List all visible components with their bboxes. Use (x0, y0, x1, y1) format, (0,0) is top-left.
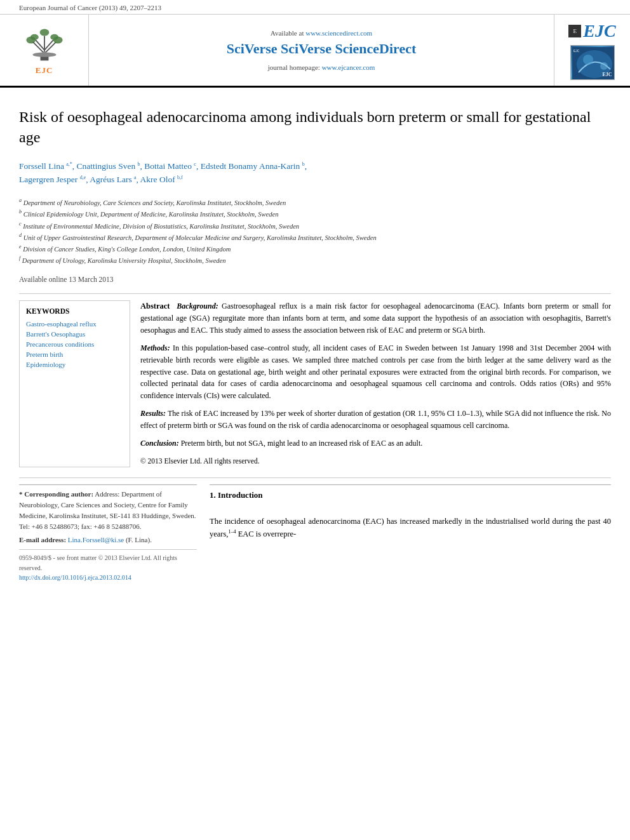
svg-point-8 (30, 34, 38, 39)
intro-heading: 1. Introduction (210, 489, 611, 502)
article-title: Risk of oesophageal adenocarcinoma among… (19, 107, 611, 148)
main-content: Risk of oesophageal adenocarcinoma among… (0, 88, 630, 596)
abstract-conclusion: Conclusion: Preterm birth, but not SGA, … (140, 437, 611, 450)
author-agreus: Agréus Lars a, (90, 175, 140, 184)
svg-rect-13 (43, 54, 46, 57)
intro-text2: EAC is overrepre- (236, 530, 297, 538)
results-title: Results: (140, 409, 166, 418)
keyword-4: Preterm birth (26, 350, 123, 358)
journal-top-bar: European Journal of Cancer (2013) 49, 22… (0, 0, 630, 15)
author-akre: Akre Olof b,f (140, 175, 183, 184)
abstract-methods: Methods: In this population-based case–c… (140, 342, 611, 401)
footer-section: * Corresponding author: Address: Departm… (19, 484, 611, 583)
keywords-column: KEYWORDS Gastro-esophageal reflux Barret… (19, 300, 130, 467)
divider-1 (19, 293, 611, 294)
elsevier-tree-icon (22, 25, 67, 63)
affil-d: d Unit of Upper Gastrointestinal Researc… (19, 232, 611, 243)
footer-left: * Corresponding author: Address: Departm… (19, 484, 197, 583)
results-text: The risk of EAC increased by 13% per wee… (140, 409, 611, 430)
author-forssell: Forssell Lina a,*, (19, 161, 77, 171)
methods-text: In this population-based case–control st… (140, 343, 611, 399)
elsevier-small-icon: E (568, 25, 581, 37)
keyword-5: Epidemiology (26, 361, 123, 368)
doi-copyright: 0959-8049/$ - see front matter © 2013 El… (19, 553, 197, 573)
abstract-section: KEYWORDS Gastro-esophageal reflux Barret… (19, 300, 611, 467)
keyword-1: Gastro-esophageal reflux (26, 320, 123, 328)
email-footnote: E-mail address: Lina.Forssell@ki.se (F. … (19, 535, 197, 545)
bottom-divider (19, 477, 611, 478)
elsevier-wordmark: EJC (36, 65, 53, 76)
ejc-badge: E EJC (568, 21, 615, 41)
journal-cover-image: EJC (570, 45, 615, 80)
conclusion-title: Conclusion: (140, 439, 179, 448)
corresponding-label: * Corresponding author: (19, 490, 93, 498)
available-online: Available online 13 March 2013 (19, 276, 611, 283)
affiliations: a Department of Neurobiology, Care Scien… (19, 197, 611, 267)
intro-refs: 1–4 (229, 529, 236, 535)
affil-b: b Clinical Epidemiology Unit, Department… (19, 208, 611, 220)
svg-point-16 (583, 55, 593, 65)
journal-homepage-link[interactable]: www.ejcancer.com (322, 63, 375, 71)
abstract-copyright: © 2013 Elsevier Ltd. All rights reserved… (140, 456, 611, 467)
svg-point-9 (39, 29, 49, 36)
elsevier-logo-area: EJC (0, 15, 89, 86)
affil-c: c Institute of Environmental Medicine, D… (19, 220, 611, 232)
authors: Forssell Lina a,*, Cnattingius Sven b, B… (19, 159, 611, 187)
abstract-results: Results: The risk of EAC increased by 13… (140, 408, 611, 431)
keywords-title: KEYWORDS (26, 307, 123, 315)
keyword-2: Barrett's Oesophagus (26, 330, 123, 338)
doi-link[interactable]: http://dx.doi.org/10.1016/j.ejca.2013.02… (19, 574, 131, 581)
email-label: E-mail address: (19, 536, 66, 543)
intro-paragraph: The incidence of oesophageal adenocarcin… (210, 515, 611, 540)
affil-f: f Department of Urology, Karolinska Univ… (19, 255, 611, 266)
author-lagergren: Lagergren Jesper d,e, (19, 175, 90, 184)
abstract-background: Abstract Background: Gastroesophageal re… (140, 300, 611, 337)
author-cnattingius: Cnattingius Sven b, (77, 161, 145, 171)
svg-point-17 (600, 62, 608, 70)
sciencedirect-link[interactable]: www.sciencedirect.com (305, 29, 372, 37)
affil-e: e Division of Cancer Studies, King's Col… (19, 243, 611, 255)
ejc-logo-area: E EJC EJC (554, 15, 630, 86)
abstract-label: Abstract (140, 302, 170, 310)
methods-title: Methods: (140, 343, 170, 352)
corresponding-author: * Corresponding author: Address: Departm… (19, 489, 197, 532)
ejc-text: EJC (583, 21, 615, 41)
svg-point-11 (53, 36, 62, 43)
available-at-text: Available at www.sciencedirect.com (271, 29, 372, 37)
keyword-3: Precancerous conditions (26, 340, 123, 348)
affil-a: a Department of Neurobiology, Care Scien… (19, 197, 611, 208)
background-title: Background: (177, 302, 218, 310)
intro-section-num: 1. Introduction (210, 490, 263, 500)
elsevier-logo: EJC (22, 25, 67, 76)
abstract-column: Abstract Background: Gastroesophageal re… (130, 300, 611, 467)
page: European Journal of Cancer (2013) 49, 22… (0, 0, 630, 840)
email-link[interactable]: Lina.Forssell@ki.se (68, 536, 124, 543)
journal-homepage: journal homepage: www.ejcancer.com (268, 63, 375, 71)
conclusion-text: Preterm birth, but not SGA, might lead t… (181, 439, 423, 448)
author-bottai: Bottai Matteo c, (144, 161, 200, 171)
svg-text:EJC: EJC (573, 49, 580, 53)
email-suffix: (F. Lina). (126, 536, 152, 543)
header-section: EJC Available at www.sciencedirect.com S… (0, 15, 630, 88)
doi-bar: 0959-8049/$ - see front matter © 2013 El… (19, 549, 197, 583)
footer-right: 1. Introduction The incidence of oesopha… (210, 484, 611, 583)
journal-citation: European Journal of Cancer (2013) 49, 22… (19, 4, 161, 11)
header-center: Available at www.sciencedirect.com SciVe… (89, 15, 554, 86)
sciverse-title: SciVerse SciVerse ScienceDirect (227, 41, 417, 57)
author-edstedt: Edstedt Bonamy Anna-Karin b, (201, 161, 307, 171)
